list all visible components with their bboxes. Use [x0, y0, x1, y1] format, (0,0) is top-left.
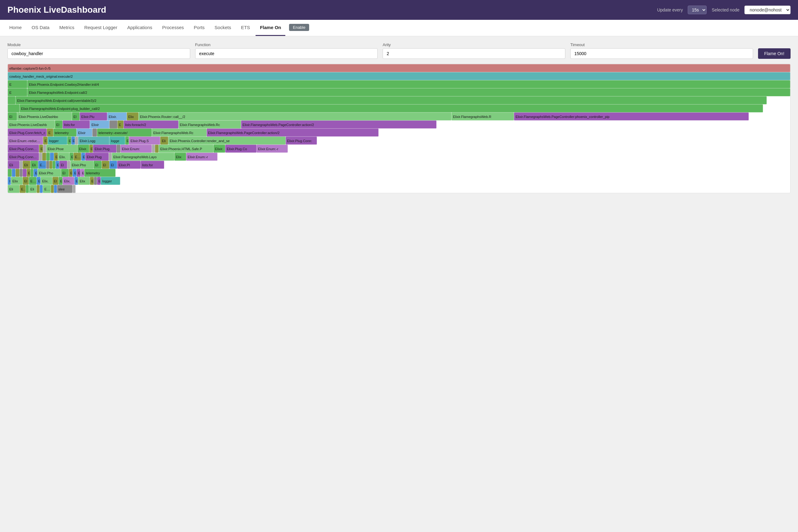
fg-block[interactable]: Elix. — [58, 153, 70, 161]
fg-block[interactable]: Eli — [160, 136, 168, 145]
fg-block[interactable]: Elixir.Pho — [70, 161, 94, 169]
fg-block[interactable]: Elix — [73, 153, 81, 161]
flame-on-button[interactable]: Flame On! — [758, 48, 791, 59]
fg-block[interactable]: Elixir.FlamegraphsWeb.Rc — [179, 120, 241, 129]
fg-block[interactable]: El — [94, 161, 101, 169]
fg-block[interactable]: El — [59, 161, 67, 169]
fg-block[interactable]: El — [23, 177, 29, 185]
fg-block[interactable]: El — [101, 161, 109, 169]
fg-block[interactable]: Elix — [38, 161, 46, 169]
fg-block[interactable]: eflambe:-capture/3-fun-0-/5 — [8, 64, 790, 72]
fg-block[interactable]: E — [55, 161, 59, 169]
fg-block[interactable] — [50, 153, 54, 161]
fg-block[interactable] — [46, 161, 49, 169]
fg-block[interactable] — [54, 185, 57, 193]
fg-block[interactable]: telemetry — [84, 169, 115, 177]
fg-block[interactable]: Elixir.Phoenix.Endpoint.Cowboy2Handler:i… — [27, 80, 790, 88]
fg-block[interactable]: Elixir. — [107, 112, 127, 120]
fg-block[interactable]: E — [81, 153, 85, 161]
nav-home[interactable]: Home — [5, 20, 26, 36]
fg-block[interactable] — [67, 161, 70, 169]
nav-osdata[interactable]: OS Data — [27, 20, 54, 36]
fg-block[interactable]: Elixir.Plug.Conn:fetch_c — [8, 129, 47, 136]
fg-block[interactable]: Eli — [8, 161, 19, 169]
fg-block[interactable]: E — [43, 136, 48, 145]
fg-block[interactable] — [155, 145, 159, 153]
fg-block[interactable]: Elixir.FlamegraphsWeb.R — [451, 112, 514, 120]
fg-block[interactable] — [49, 161, 52, 169]
fg-block[interactable]: Elixir — [76, 129, 92, 136]
fg-block[interactable]: Elixir.Plug.S — [129, 136, 160, 145]
fg-block[interactable]: E — [73, 169, 76, 177]
fg-block[interactable] — [42, 153, 46, 161]
fg-block[interactable]: Eli — [8, 185, 19, 193]
fg-block[interactable]: lists:for — [62, 120, 90, 129]
fg-block[interactable]: E — [76, 169, 80, 177]
fg-block[interactable]: Elixir.Logg — [78, 136, 109, 145]
timeout-input[interactable] — [570, 48, 753, 59]
fg-block[interactable] — [109, 153, 112, 161]
fg-block[interactable]: Elixir.Enum:-r — [186, 153, 218, 161]
arity-input[interactable] — [383, 48, 565, 59]
fg-block[interactable]: lists:foreach/2 — [124, 120, 179, 129]
fg-block[interactable]: El — [109, 161, 117, 169]
fg-block[interactable]: Elixir.FlamegraphsWeb.Rc — [152, 129, 207, 136]
fg-block[interactable]: Elixir.Plug — [85, 153, 109, 161]
fg-block[interactable]: Eli — [23, 161, 30, 169]
fg-block[interactable] — [37, 185, 40, 193]
fg-block[interactable]: Eli — [19, 185, 26, 193]
fg-block[interactable]: Elixir.Pho — [37, 169, 61, 177]
fg-block[interactable] — [19, 169, 23, 177]
fg-block[interactable]: Elixir.Phoe — [46, 145, 77, 153]
fg-block[interactable]: Elixir — [90, 120, 109, 129]
nav-ports[interactable]: Ports — [190, 20, 209, 36]
fg-block[interactable]: Elix. — [62, 177, 74, 185]
fg-block[interactable]: Elix — [78, 177, 90, 185]
fg-block[interactable]: Elixir.Enum: — [120, 145, 152, 153]
fg-block[interactable]: Elixir.Phoenix.LiveDashbo — [17, 112, 72, 120]
fg-block[interactable] — [23, 169, 26, 177]
fg-block[interactable] — [39, 153, 42, 161]
fg-block[interactable] — [46, 153, 50, 161]
fg-block[interactable]: E — [74, 177, 78, 185]
fg-block[interactable]: Elix. — [29, 177, 37, 185]
fg-block[interactable]: E — [37, 177, 41, 185]
fg-block[interactable] — [116, 145, 120, 153]
fg-block[interactable]: E — [47, 129, 53, 136]
fg-block[interactable] — [51, 185, 54, 193]
fg-block[interactable] — [75, 136, 78, 145]
module-input[interactable] — [7, 48, 190, 59]
fg-block[interactable] — [94, 177, 97, 185]
fg-block[interactable]: Elixir. — [77, 145, 89, 153]
fg-block[interactable]: Elixir.Phoenix.LiveDashb — [8, 120, 55, 129]
fg-block[interactable]: Elix — [11, 177, 23, 185]
fg-block[interactable]: El — [72, 112, 80, 120]
fg-block[interactable]: Elixir.FlamegraphsWeb.Endpoint:call/2 — [27, 88, 790, 96]
fg-block[interactable]: Elixir.Plu — [80, 112, 107, 120]
fg-block[interactable]: Elixir.FlamegraphsWeb.Endpoint:plug_buil… — [19, 104, 763, 112]
fg-block[interactable] — [30, 169, 34, 177]
fg-block[interactable]: E — [54, 153, 58, 161]
fg-block[interactable]: El — [55, 120, 62, 129]
fg-block[interactable]: Elix. — [41, 177, 52, 185]
fg-block[interactable] — [73, 185, 76, 193]
fg-block[interactable]: E — [39, 145, 43, 153]
fg-block[interactable] — [8, 96, 16, 104]
nav-applications[interactable]: Applications — [123, 20, 157, 36]
fg-block[interactable] — [26, 185, 29, 193]
fg-block[interactable]: Elixir. — [214, 145, 225, 153]
fg-block[interactable]: E — [90, 177, 94, 185]
fg-block[interactable] — [8, 169, 12, 177]
fg-block[interactable]: Elixir.FlamegraphsWeb.PageController:act… — [207, 129, 379, 136]
nav-sockets[interactable]: Sockets — [210, 20, 236, 36]
fg-block[interactable]: telemetry:-execute/ — [97, 129, 152, 136]
fg-block[interactable]: Elixir.Enum:-r — [257, 145, 288, 153]
fg-block[interactable] — [52, 161, 55, 169]
fg-block[interactable]: Elix — [127, 112, 138, 120]
fg-block[interactable] — [16, 169, 19, 177]
fg-block[interactable]: El — [8, 112, 17, 120]
fg-block[interactable]: E — [89, 145, 93, 153]
fg-block[interactable]: E — [34, 169, 37, 177]
fg-block[interactable]: Elixir.Phoenix.HTML.Safe.P — [159, 145, 214, 153]
nav-processes[interactable]: Processes — [158, 20, 188, 36]
